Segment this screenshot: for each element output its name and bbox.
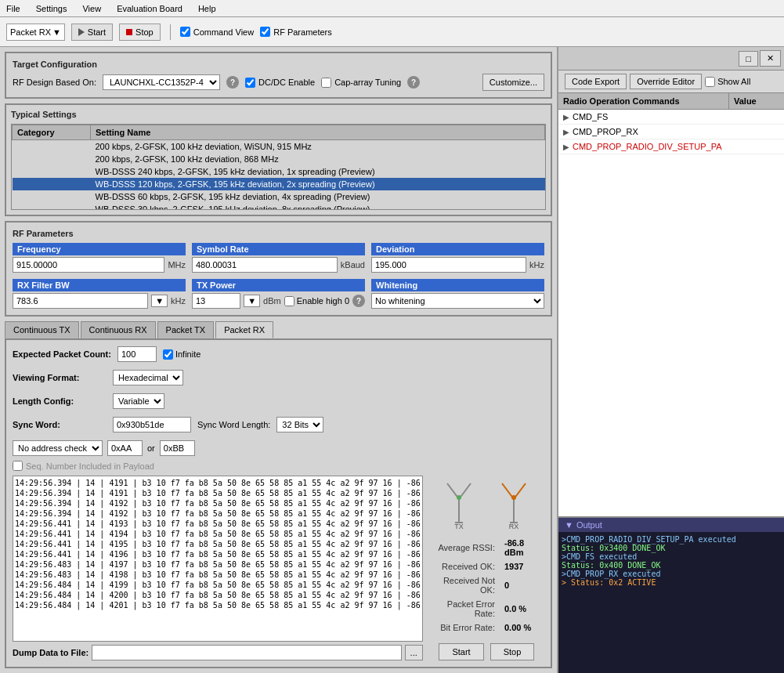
rx-filter-bw-input[interactable] [13, 293, 148, 309]
length-config-label: Length Config: [13, 396, 107, 406]
show-all-checkbox[interactable] [705, 77, 715, 87]
stop-button[interactable]: Stop [119, 24, 161, 41]
rf-design-help-button[interactable]: ? [226, 76, 239, 89]
radio-cmd-item[interactable]: ▶CMD_PROP_RX [558, 125, 784, 139]
target-config-title: Target Configuration [13, 60, 544, 69]
symbol-rate-param: Symbol Rate kBaud [192, 243, 365, 273]
expected-count-input[interactable] [117, 346, 157, 362]
ber-value: 0.00 % [500, 621, 543, 634]
menu-settings[interactable]: Settings [33, 2, 70, 15]
table-row[interactable]: 200 kbps, 2-GFSK, 100 kHz deviation, 868… [13, 153, 545, 165]
right-panel: □ ✕ Code Export Override Editor Show All… [557, 47, 784, 673]
separator [170, 24, 171, 40]
symbol-rate-unit: kBaud [341, 260, 365, 270]
length-config-select[interactable]: Variable [113, 393, 164, 409]
menu-eval-board[interactable]: Evaluation Board [114, 2, 186, 15]
log-entry[interactable]: 14:29:56.484 | 14 | 4201 | b3 10 f7 fa b… [15, 600, 421, 610]
typical-settings-section: Typical Settings Category Setting Name 2… [5, 103, 552, 216]
addr-check-select[interactable]: No address check [13, 440, 103, 456]
tabs-container: Continuous TX Continuous RX Packet TX Pa… [5, 321, 552, 668]
received-nok-label: Received Not OK: [431, 574, 498, 596]
command-view-checkbox[interactable] [180, 27, 190, 37]
sync-word-input[interactable] [113, 417, 191, 432]
sync-word-row: Sync Word: Sync Word Length: 32 Bits [13, 417, 544, 432]
tab-continuous-tx[interactable]: Continuous TX [5, 321, 79, 338]
rf-params-section: RF Parameters Frequency MHz Symbol Rate … [5, 221, 552, 317]
log-entry[interactable]: 14:29:56.483 | 14 | 4197 | b3 10 f7 fa b… [15, 559, 421, 570]
rx-filter-bw-dropdown-icon[interactable]: ▼ [151, 295, 168, 307]
rf-parameters-checkbox[interactable] [260, 27, 270, 37]
deviation-unit: kHz [529, 260, 544, 270]
deviation-label: Deviation [371, 243, 544, 255]
menu-view[interactable]: View [79, 2, 104, 15]
radio-cmd-item[interactable]: ▶CMD_PROP_RADIO_DIV_SETUP_PA [558, 139, 784, 154]
rf-params-title: RF Parameters [13, 229, 544, 238]
close-panel-button[interactable]: ✕ [760, 50, 781, 67]
cap-array-help-button[interactable]: ? [407, 76, 420, 89]
menu-file[interactable]: File [3, 2, 23, 15]
tab-packet-rx[interactable]: Packet RX [215, 321, 273, 338]
frequency-param: Frequency MHz [13, 243, 186, 273]
avg-rssi-label: Average RSSI: [431, 537, 498, 559]
command-view-checkbox-label[interactable]: Command View [180, 27, 254, 37]
log-entry[interactable]: 14:29:56.483 | 14 | 4198 | b3 10 f7 fa b… [15, 570, 421, 580]
enable-high-checkbox[interactable] [284, 296, 294, 306]
viewing-format-select[interactable]: Hexadecimal [113, 370, 183, 385]
log-entry[interactable]: 14:29:56.394 | 14 | 4192 | b3 10 f7 fa b… [15, 498, 421, 508]
tx-power-input[interactable] [192, 293, 240, 309]
log-entry[interactable]: 14:29:56.394 | 14 | 4191 | b3 10 f7 fa b… [15, 488, 421, 498]
resize-button[interactable]: □ [739, 51, 758, 67]
packet-rx-start-button[interactable]: Start [439, 643, 483, 660]
table-row[interactable]: WB-DSSS 60 kbps, 2-GFSK, 195 kHz deviati… [13, 190, 545, 203]
log-entry[interactable]: 14:29:56.394 | 14 | 4191 | b3 10 f7 fa b… [15, 478, 421, 488]
show-all-label[interactable]: Show All [705, 77, 750, 87]
tx-power-dropdown-icon[interactable]: ▼ [244, 295, 260, 307]
log-entry[interactable]: 14:29:56.441 | 14 | 4196 | b3 10 f7 fa b… [15, 549, 421, 559]
rf-design-select[interactable]: LAUNCHXL-CC1352P-4 [103, 74, 220, 90]
log-entry[interactable]: 14:29:56.394 | 14 | 4192 | b3 10 f7 fa b… [15, 508, 421, 519]
sync-word-length-select[interactable]: 32 Bits [276, 417, 323, 432]
cap-array-checkbox[interactable] [321, 78, 331, 88]
table-row[interactable]: WB-DSSS 30 kbps, 2-GFSK, 195 kHz deviati… [13, 203, 545, 210]
frequency-input[interactable] [13, 257, 164, 273]
rx-filter-bw-label: RX Filter BW [13, 279, 186, 291]
table-row[interactable]: 200 kbps, 2-GFSK, 100 kHz deviation, WiS… [13, 140, 545, 154]
mode-dropdown[interactable]: Packet RX ▼ [6, 24, 65, 41]
log-entry[interactable]: 14:29:56.484 | 14 | 4199 | b3 10 f7 fa b… [15, 580, 421, 590]
log-entry[interactable]: 14:29:56.441 | 14 | 4193 | b3 10 f7 fa b… [15, 519, 421, 529]
packet-rx-stop-button[interactable]: Stop [490, 643, 535, 660]
enable-high-label[interactable]: Enable high 0 [284, 296, 349, 306]
customize-button[interactable]: Customize... [482, 74, 544, 91]
log-entry[interactable]: 14:29:56.484 | 14 | 4200 | b3 10 f7 fa b… [15, 590, 421, 600]
log-entry[interactable]: 14:29:56.441 | 14 | 4195 | b3 10 f7 fa b… [15, 539, 421, 549]
dump-browse-button[interactable]: ... [405, 645, 423, 660]
packet-rx-panel: Expected Packet Count: Infinite Viewing … [5, 338, 552, 668]
start-button[interactable]: Start [71, 24, 113, 41]
log-entry[interactable]: 14:29:56.441 | 14 | 4194 | b3 10 f7 fa b… [15, 529, 421, 539]
tab-continuous-rx[interactable]: Continuous RX [81, 321, 156, 338]
radio-cmd-item[interactable]: ▶CMD_FS [558, 110, 784, 125]
menu-help[interactable]: Help [195, 2, 219, 15]
seq-checkbox[interactable] [13, 461, 23, 471]
table-row[interactable]: WB-DSSS 120 kbps, 2-GFSK, 195 kHz deviat… [13, 178, 545, 190]
infinite-label[interactable]: Infinite [163, 349, 201, 360]
dcdc-checkbox-label[interactable]: DC/DC Enable [245, 78, 315, 88]
addr1-input[interactable] [160, 440, 195, 456]
cap-array-checkbox-label[interactable]: Cap-array Tuning [321, 78, 401, 88]
override-editor-button[interactable]: Override Editor [630, 74, 702, 89]
rf-parameters-checkbox-label[interactable]: RF Parameters [260, 27, 332, 37]
packet-log-list[interactable]: 14:29:56.394 | 14 | 4191 | b3 10 f7 fa b… [13, 476, 423, 642]
tab-packet-tx[interactable]: Packet TX [157, 321, 215, 338]
dump-file-input[interactable] [92, 645, 401, 660]
infinite-checkbox[interactable] [163, 349, 173, 360]
deviation-input[interactable] [371, 257, 526, 273]
dcdc-checkbox[interactable] [245, 78, 255, 88]
symbol-rate-input[interactable] [192, 257, 338, 273]
enable-high-help-button[interactable]: ? [352, 295, 365, 307]
addr0-input[interactable] [107, 440, 143, 456]
code-export-button[interactable]: Code Export [565, 74, 627, 89]
received-ok-label: Received OK: [431, 560, 498, 573]
whitening-select[interactable]: No whitening [371, 293, 544, 309]
table-row[interactable]: WB-DSSS 240 kbps, 2-GFSK, 195 kHz deviat… [13, 165, 545, 178]
addr-check-row: No address check or [13, 440, 544, 456]
